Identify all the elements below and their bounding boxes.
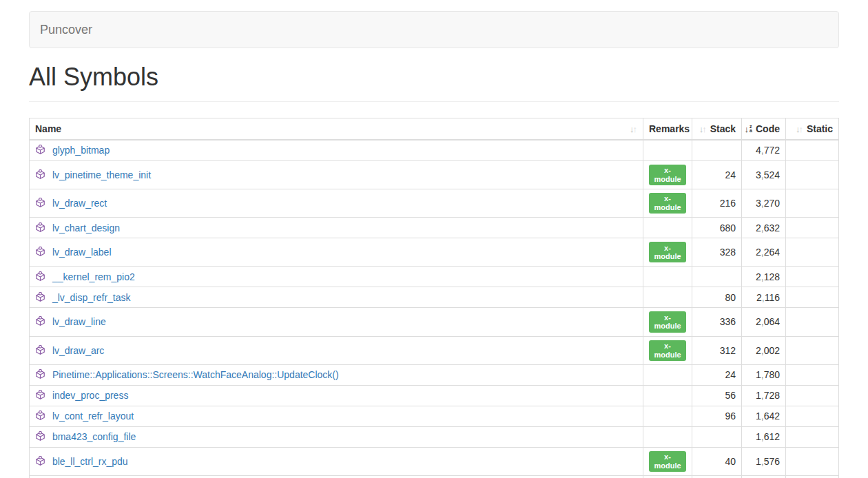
table-row: indev_proc_press561,728: [30, 385, 839, 406]
code-value-cell: 2,002: [742, 336, 786, 364]
symbol-name-cell: lv_draw_arc: [30, 336, 643, 364]
stack-value-cell: 328: [692, 238, 742, 267]
symbol-cube-icon: [35, 316, 45, 326]
column-label: Code: [756, 123, 780, 134]
symbol-link[interactable]: bma423_config_file: [52, 431, 136, 442]
remarks-cell: [643, 385, 692, 406]
column-header-remarks[interactable]: Remarks: [643, 118, 692, 141]
table-row: lv_chart_design6802,632: [30, 218, 839, 238]
remarks-cell: x-module: [643, 447, 692, 475]
symbol-name-cell: bma423_config_file: [30, 426, 643, 447]
column-header-code[interactable]: ↓ za Code: [742, 118, 786, 141]
symbol-name-cell: ble_ll_ctrl_rx_pdu: [30, 447, 643, 475]
static-value-cell: [786, 189, 839, 217]
symbol-link[interactable]: lv_pinetime_theme_init: [52, 169, 151, 180]
remarks-cell: [643, 426, 692, 447]
stack-value-cell: 216: [692, 189, 742, 217]
symbols-table-header: Name ↓↑ Remarks ↓↑ Stack: [30, 118, 839, 141]
table-row: lv_draw_arcx-module3122,002: [30, 336, 839, 364]
column-header-stack[interactable]: ↓↑ Stack: [692, 118, 742, 141]
table-row: lv_draw_rectx-module2163,270: [30, 189, 839, 217]
stack-value-cell: 56: [692, 385, 742, 406]
symbol-link[interactable]: indev_proc_press: [52, 390, 129, 401]
symbol-link[interactable]: Pinetime::Applications::Screens::WatchFa…: [52, 369, 339, 380]
sort-both-arrows-icon: ↓↑: [630, 125, 637, 134]
table-row: Pinetime::Applications::Screens::WatchFa…: [30, 364, 839, 385]
symbol-cube-icon: [35, 271, 45, 282]
stack-value-cell: 96: [692, 406, 742, 426]
stack-value-cell: [692, 426, 742, 447]
symbol-cube-icon: [35, 411, 45, 421]
symbol-name-cell: __kernel_rem_pio2: [30, 267, 643, 287]
symbol-link[interactable]: glyph_bitmap: [52, 145, 110, 156]
remarks-cell: x-module: [643, 336, 692, 364]
symbol-link[interactable]: lv_draw_arc: [52, 345, 104, 356]
column-header-static[interactable]: ↓↑ Static: [786, 118, 839, 141]
remarks-cell: x-module: [643, 308, 692, 336]
static-value-cell: [786, 238, 839, 267]
symbol-link[interactable]: lv_draw_rect: [52, 198, 107, 209]
table-row: glyph_bitmap4,772: [30, 140, 839, 160]
remarks-cell: x-module: [643, 189, 692, 217]
code-value-cell: 1,642: [742, 406, 786, 426]
column-label: Name: [35, 123, 61, 134]
static-value-cell: [786, 447, 839, 475]
symbol-name-cell: _lv_disp_refr_task: [30, 287, 643, 308]
stack-value-cell: 680: [692, 218, 742, 238]
symbol-link[interactable]: _lv_disp_refr_task: [52, 292, 131, 303]
remarks-cell: [643, 218, 692, 238]
column-label: Static: [807, 123, 833, 134]
navbar-brand-link[interactable]: Puncover: [40, 23, 92, 37]
remarks-cell: x-module: [643, 238, 692, 267]
symbol-cube-icon: [35, 169, 45, 180]
x-module-badge: x-module: [649, 193, 686, 214]
symbol-link[interactable]: lv_cont_refr_layout: [52, 411, 134, 422]
static-value-cell: [786, 287, 839, 308]
remarks-cell: x-module: [643, 160, 692, 189]
static-value-cell: [786, 364, 839, 385]
stack-value-cell: 312: [692, 336, 742, 364]
symbol-link[interactable]: lv_draw_label: [52, 247, 112, 258]
column-label: Stack: [710, 123, 736, 134]
static-value-cell: [786, 308, 839, 336]
symbol-cube-icon: [35, 390, 45, 400]
table-row: ble_ll_ctrl_rx_pdux-module401,576: [30, 447, 839, 475]
static-value-cell: [786, 267, 839, 287]
table-row: bma423_config_file1,612: [30, 426, 839, 447]
code-value-cell: 2,064: [742, 308, 786, 336]
stack-value-cell: 24: [692, 160, 742, 189]
page-title: All Symbols: [29, 63, 839, 92]
remarks-cell: [643, 140, 692, 160]
column-header-name[interactable]: Name ↓↑: [30, 118, 643, 141]
static-value-cell: [786, 336, 839, 364]
symbol-link[interactable]: lv_draw_line: [52, 316, 106, 327]
symbol-cube-icon: [35, 247, 45, 257]
symbol-link[interactable]: ble_ll_ctrl_rx_pdu: [52, 456, 128, 467]
symbol-link[interactable]: __kernel_rem_pio2: [52, 271, 135, 282]
symbol-cube-icon: [35, 431, 45, 441]
symbol-name-cell: lv_draw_line: [30, 308, 643, 336]
stack-value-cell: [692, 267, 742, 287]
table-row: lv_cont_refr_layout961,642: [30, 406, 839, 426]
code-value-cell: 1,612: [742, 426, 786, 447]
static-value-cell: [786, 160, 839, 189]
code-value-cell: 1,780: [742, 364, 786, 385]
divider: [29, 101, 839, 102]
stack-value-cell: [692, 140, 742, 160]
navbar: Puncover: [29, 11, 839, 48]
symbol-link[interactable]: lv_chart_design: [52, 222, 120, 233]
table-row: lv_draw_linex-module3362,064: [30, 308, 839, 336]
symbol-name-cell: indev_proc_press: [30, 385, 643, 406]
symbols-table: Name ↓↑ Remarks ↓↑ Stack: [29, 118, 839, 478]
x-module-badge: x-module: [649, 165, 686, 185]
static-value-cell: [786, 385, 839, 406]
stack-value-cell: 24: [692, 364, 742, 385]
symbol-cube-icon: [35, 145, 45, 155]
stack-value-cell: 336: [692, 308, 742, 336]
remarks-cell: [643, 406, 692, 426]
x-module-badge: x-module: [649, 340, 686, 361]
code-value-cell: 2,128: [742, 267, 786, 287]
code-value-cell: 3,524: [742, 160, 786, 189]
symbol-cube-icon: [35, 345, 45, 355]
sort-both-arrows-icon: ↓↑: [699, 125, 707, 134]
